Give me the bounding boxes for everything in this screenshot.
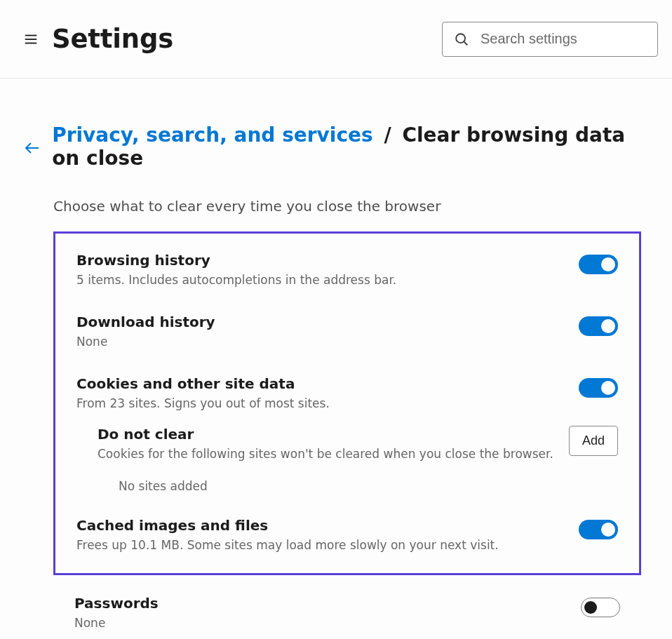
add-site-button[interactable]: Add xyxy=(569,426,618,456)
setting-cached: Cached images and files Frees up 10.1 MB… xyxy=(55,510,618,559)
setting-title: Download history xyxy=(76,314,579,330)
top-bar: Settings xyxy=(0,0,672,79)
setting-title: Cookies and other site data xyxy=(76,375,579,392)
setting-desc: None xyxy=(74,616,581,630)
setting-desc: 5 items. Includes autocompletions in the… xyxy=(76,273,579,287)
menu-button[interactable] xyxy=(17,25,45,53)
toggle-cached[interactable] xyxy=(579,520,618,539)
setting-title: Browsing history xyxy=(76,252,579,269)
back-button[interactable] xyxy=(21,135,43,161)
breadcrumb: Privacy, search, and services / Clear br… xyxy=(21,123,651,170)
search-icon xyxy=(454,32,469,47)
setting-desc: Frees up 10.1 MB. Some sites may load mo… xyxy=(76,538,579,552)
no-sites-note: No sites added xyxy=(55,466,618,500)
setting-title: Cached images and files xyxy=(76,517,579,534)
setting-title: Passwords xyxy=(74,595,581,612)
toggle-passwords[interactable] xyxy=(581,598,620,617)
toggle-cookies[interactable] xyxy=(579,378,618,398)
setting-browsing-history: Browsing history 5 items. Includes autoc… xyxy=(55,245,618,294)
setting-download-history: Download history None xyxy=(55,307,618,356)
setting-desc: None xyxy=(76,335,579,349)
search-box[interactable] xyxy=(442,22,658,57)
setting-cookies: Cookies and other site data From 23 site… xyxy=(55,368,618,417)
setting-title: Do not clear xyxy=(98,426,569,443)
toggle-download-history[interactable] xyxy=(579,316,618,336)
breadcrumb-separator: / xyxy=(384,123,391,147)
setting-desc: Cookies for the following sites won't be… xyxy=(98,447,569,461)
toggle-browsing-history[interactable] xyxy=(579,255,618,274)
search-input[interactable] xyxy=(479,30,646,48)
breadcrumb-parent-link[interactable]: Privacy, search, and services xyxy=(52,123,373,147)
page-title: Settings xyxy=(52,24,173,54)
hamburger-icon xyxy=(23,32,39,47)
arrow-left-icon xyxy=(24,140,41,156)
setting-passwords: Passwords None xyxy=(53,588,620,637)
settings-scroll-region[interactable]: Privacy, search, and services / Clear br… xyxy=(0,79,672,639)
svg-point-3 xyxy=(456,34,465,43)
section-subheading: Choose what to clear every time you clos… xyxy=(53,198,651,215)
setting-desc: From 23 sites. Signs you out of most sit… xyxy=(76,396,579,410)
do-not-clear-section: Do not clear Cookies for the following s… xyxy=(55,417,618,466)
highlighted-settings-group: Browsing history 5 items. Includes autoc… xyxy=(53,231,641,575)
svg-line-4 xyxy=(464,41,467,45)
